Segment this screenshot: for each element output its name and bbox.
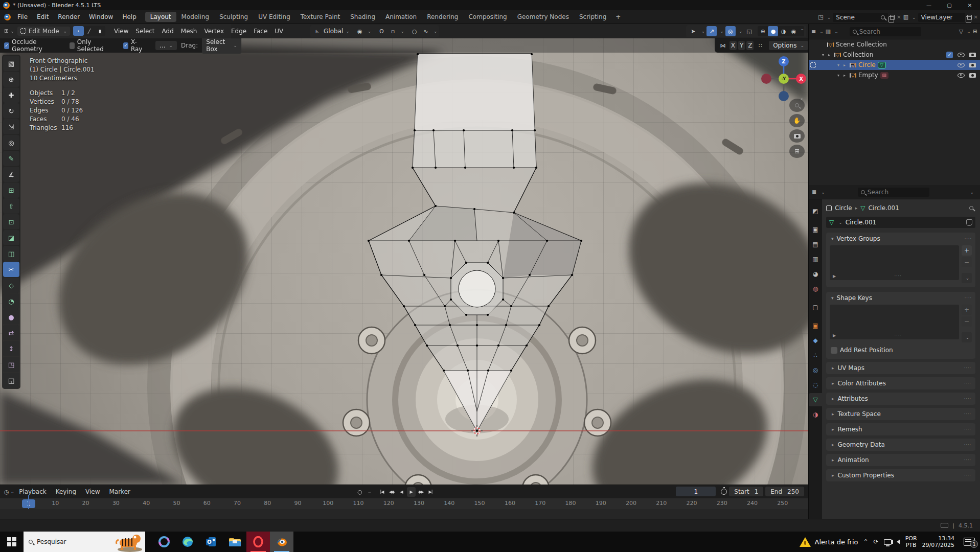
panel-title[interactable]: Vertex Groups [837, 235, 880, 242]
grip-icon[interactable]: ···· [964, 473, 971, 478]
mode-dropdown[interactable]: Edit Mode ⌄ [17, 27, 70, 36]
axis-z-button[interactable]: Z [779, 56, 789, 66]
axis-z-neg-button[interactable] [779, 91, 789, 101]
hide-eye-icon[interactable] [958, 73, 965, 78]
zoom-button[interactable] [789, 99, 805, 112]
copilot-icon[interactable] [152, 532, 176, 552]
grip-icon[interactable]: ···· [965, 296, 972, 301]
shape-key-specials-button[interactable]: ⌄ [962, 332, 972, 342]
workspace-tab[interactable]: Compositing [463, 12, 512, 22]
disable-render-icon[interactable] [969, 73, 976, 78]
close-button[interactable]: ✕ [960, 0, 980, 10]
collapsed-panel[interactable]: ▸ Animation ···· [826, 454, 975, 466]
workspace-tab[interactable]: UV Editing [253, 12, 295, 22]
material-shading-button[interactable]: ◑ [778, 26, 788, 36]
show-overlays-toggle[interactable]: ◎ [725, 26, 736, 36]
correct-face-attributes-icon[interactable]: ∷ [755, 40, 765, 51]
new-viewlayer-icon[interactable] [967, 15, 972, 20]
properties-editor-icon[interactable]: ≣ [812, 189, 816, 195]
hide-eye-icon[interactable] [958, 53, 965, 57]
shape-keys-list[interactable]: ▶ ···· [830, 305, 959, 339]
end-frame-field[interactable]: End250 [765, 487, 804, 496]
play-reverse-button[interactable]: ◀ [397, 487, 406, 497]
chevron-down-icon[interactable]: ⌄ [912, 15, 916, 20]
tool-button[interactable]: ∡ [3, 167, 19, 182]
timeline-menu-item[interactable]: Marker [105, 487, 135, 497]
grip-icon[interactable]: ···· [964, 443, 971, 447]
orientation-label[interactable]: Global [324, 28, 343, 35]
tool-button[interactable]: ↻ [3, 103, 19, 119]
tool-button[interactable]: ⊞ [3, 182, 19, 198]
viewport-menu-item[interactable]: Add [158, 26, 177, 36]
workspace-tab[interactable]: Layout [145, 12, 176, 22]
breadcrumb-object[interactable]: Circle [835, 204, 852, 212]
viewlayer-icon[interactable]: ▥ [903, 14, 908, 20]
mirror-y-button[interactable]: Y [738, 41, 745, 50]
ptab-render[interactable]: ▣ [809, 223, 822, 236]
tool-button[interactable]: ◱ [3, 373, 19, 388]
timeline-menu-item[interactable]: Playback [14, 487, 51, 497]
viewport-menu-item[interactable]: Mesh [177, 26, 201, 36]
workspace-tab[interactable]: Rendering [422, 12, 463, 22]
workspace-tab[interactable]: Modeling [176, 12, 215, 22]
viewport-3d[interactable]: ✓ Occlude Geometry Only Selected ✓ X-Ray… [0, 38, 808, 485]
ortho-grid-button[interactable]: ⊞ [789, 145, 805, 158]
hide-eye-icon[interactable] [958, 63, 965, 67]
tool-button[interactable]: ⊡ [3, 214, 19, 229]
grip-icon[interactable]: ···· [964, 427, 971, 432]
taskbar-search-input[interactable]: Pesquisar [24, 532, 145, 552]
outliner-row[interactable]: ▾ ▸ ▽ Collection ▽ ▨ ✓ [809, 50, 980, 60]
remove-viewlayer-icon[interactable]: ✕ [974, 14, 978, 20]
ptab-view-layer[interactable]: ▥ [809, 252, 822, 266]
scene-selector[interactable]: Scene [833, 13, 888, 22]
add-rest-position-checkbox[interactable]: Add Rest Position [831, 347, 971, 354]
notification-center-icon[interactable]: 1 [964, 538, 975, 546]
ptab-modifiers[interactable]: ◆ [809, 334, 822, 347]
collapsed-panel[interactable]: ▸ Geometry Data ···· [826, 439, 975, 451]
play-button[interactable]: ▶ [407, 487, 416, 497]
language-indicator[interactable]: PORPTB [905, 535, 917, 548]
opera-icon[interactable] [246, 532, 270, 552]
pan-hand-button[interactable]: ✋ [789, 114, 805, 127]
expand-icon[interactable]: ▾ [837, 73, 841, 78]
tool-button[interactable]: ✎ [3, 151, 19, 166]
jump-start-button[interactable]: |◀ [378, 487, 386, 497]
tool-button[interactable]: ◳ [3, 357, 19, 372]
edge-icon[interactable] [176, 532, 199, 552]
auto-key-toggle[interactable]: ○ [355, 487, 365, 497]
wireframe-shading-button[interactable]: ⊕ [758, 26, 768, 36]
camera-view-button[interactable] [789, 129, 805, 143]
viewport-menu-item[interactable]: UV [271, 26, 287, 36]
outlook-icon[interactable]: O [199, 532, 223, 552]
blender-menu-icon[interactable] [4, 14, 11, 20]
jump-end-button[interactable]: ▶| [426, 487, 435, 497]
filter-icon[interactable]: ▽ [959, 28, 963, 35]
rendered-shading-button[interactable]: ◉ [788, 26, 799, 36]
blender-taskbar-icon[interactable] [270, 532, 293, 552]
expand-icon[interactable]: ▸ [844, 63, 848, 67]
timeline-ruler[interactable]: 1020304050607080901001101201301401501601… [0, 498, 808, 509]
workspace-tab[interactable]: Animation [380, 12, 422, 22]
tool-button[interactable]: ◔ [3, 293, 19, 309]
clock[interactable]: 13:3429/07/2025 [922, 535, 954, 548]
sync-tray-icon[interactable]: ⟳ [874, 538, 879, 545]
new-collection-icon[interactable]: ⊞ [973, 28, 977, 35]
viewport-menu-item[interactable]: Select [132, 26, 158, 36]
minimize-button[interactable]: — [919, 0, 939, 10]
grip-icon[interactable]: ···· [895, 274, 902, 279]
pin-icon[interactable] [969, 206, 973, 210]
timeline-menu-item[interactable]: View [81, 487, 104, 497]
options-dropdown[interactable]: Options⌄ [769, 41, 808, 50]
axis-y-front-button[interactable]: -Y [779, 74, 789, 84]
menu-item[interactable]: Edit [32, 12, 53, 22]
drag-mode-dropdown[interactable]: Select Box⌄ [202, 38, 241, 54]
show-gizmo-toggle[interactable]: ↗ [706, 26, 717, 36]
add-shape-key-button[interactable]: + [962, 305, 972, 315]
ptab-constraints[interactable]: ◌ [809, 378, 822, 392]
workspace-tab[interactable]: Shading [345, 12, 380, 22]
collapsed-panel[interactable]: ▸ Texture Space ···· [826, 408, 975, 420]
chevron-down-icon[interactable]: ⌄ [970, 190, 974, 195]
collapsed-panel[interactable]: ▸ Custom Properties ···· [826, 469, 975, 481]
xray-toggle[interactable]: ◱ [744, 26, 754, 36]
tool-button[interactable]: ⇲ [3, 119, 19, 134]
